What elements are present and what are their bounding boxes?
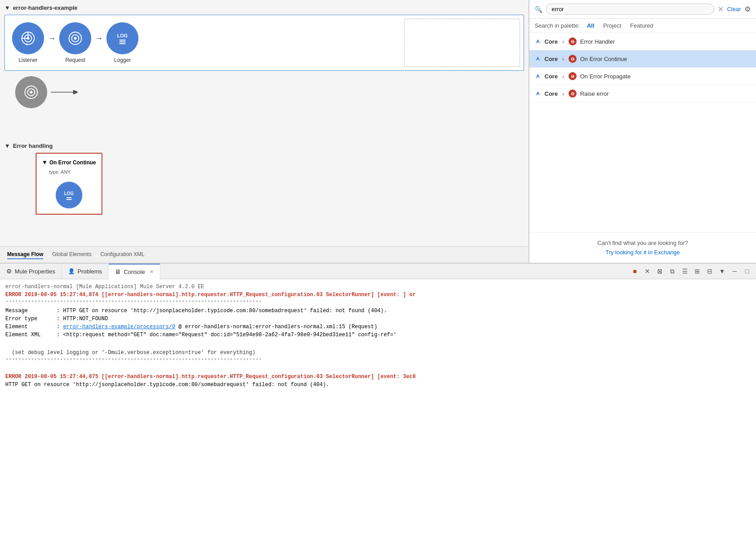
error-section-title: Error handling (13, 143, 53, 149)
error-type-icon-3: ⊖ (569, 90, 577, 98)
filter-featured[interactable]: Featured (628, 21, 655, 30)
console-line-11: HTTP GET on resource 'http://jsonplaceho… (5, 381, 751, 389)
error-type-icon-1: ⊖ (569, 55, 577, 63)
chevron-3: › (562, 90, 564, 97)
terminate-button[interactable]: ✕ (642, 266, 653, 277)
mule-properties-label: Mule Properties (15, 268, 55, 275)
tab-global-elements[interactable]: Global Elements (52, 250, 91, 259)
mule-wing-icon-0 (535, 38, 541, 45)
stop-button[interactable]: ■ (630, 266, 640, 277)
logger-label: Logger (114, 57, 130, 63)
console-icon: 🖥 (115, 268, 121, 275)
mule-wing-icon-1 (535, 56, 541, 62)
tab-mule-properties[interactable]: ⚙ Mule Properties (0, 264, 62, 278)
console-line-2: Message : HTTP GET on resource 'http://j… (5, 307, 751, 315)
mule-properties-icon: ⚙ (6, 268, 12, 275)
svg-point-11 (30, 91, 33, 94)
problems-label: Problems (77, 268, 102, 275)
flow-expand-arrow[interactable]: ▼ (4, 4, 10, 11)
filter-label: Search in palette: (535, 22, 580, 29)
element-link[interactable]: error-handlers-example/processors/0 (63, 324, 175, 330)
palette-item-error-handler[interactable]: Core › ⊖ Error Handler (529, 33, 756, 50)
arrow-listener-request: → (48, 34, 56, 43)
search-clear-button[interactable]: Clear (727, 6, 741, 12)
item-name-2: On Error Propagate (580, 73, 630, 80)
item-name-1: On Error Continue (580, 56, 627, 62)
error-section-header: ▼ Error handling (4, 143, 524, 149)
scroll-lock-button[interactable]: ⊞ (692, 266, 703, 277)
tab-problems[interactable]: 👤 Problems (62, 265, 109, 278)
request-label: Request (65, 57, 85, 63)
tab-message-flow[interactable]: Message Flow (7, 250, 43, 259)
filter-project[interactable]: Project (602, 21, 623, 30)
minimize-button[interactable]: ─ (729, 266, 740, 277)
console-line-5: Element XML : <http:request method="GET"… (5, 331, 751, 339)
error-type-icon-2: ⊖ (569, 72, 577, 80)
console-line-1: ****************************************… (5, 299, 751, 307)
listener-label: Listener (19, 57, 38, 63)
flow-group: ↺ Listener → (4, 15, 524, 71)
error-logger-node[interactable]: LOG (56, 182, 82, 208)
palette-filter-row: Search in palette: All Project Featured (529, 19, 756, 33)
tab-configuration-xml[interactable]: Configuration XML (100, 250, 144, 259)
logger-node[interactable]: LOG (106, 22, 138, 63)
listener-node[interactable]: ↺ Listener (12, 22, 44, 63)
error-expand-arrow[interactable]: ▼ (4, 143, 10, 149)
palette-footer-text: Can't find what you are looking for? (537, 240, 749, 246)
palette-item-on-error-propagate[interactable]: Core › ⊖ On Error Propagate (529, 68, 756, 85)
maximize-button[interactable]: □ (742, 266, 752, 277)
palette-results: Core › ⊖ Error Handler Core › ⊖ On Error… (529, 33, 756, 232)
exchange-link[interactable]: Try looking for it in Exchange (606, 249, 680, 256)
error-handler-title: On Error Continue (49, 159, 96, 166)
console-close-icon[interactable]: ✕ (150, 269, 154, 275)
palette-search-input[interactable] (546, 4, 714, 15)
svg-text:↺: ↺ (25, 43, 28, 46)
logger-icon: LOG (106, 22, 138, 54)
disconnect-button[interactable]: ⊠ (654, 266, 665, 277)
tab-console[interactable]: 🖥 Console ✕ (109, 264, 160, 279)
palette-area: 🔍 ✕ Clear ⚙ Search in palette: All Proje… (529, 0, 756, 263)
error-handling-section: ▼ Error handling ▼ On Error Continue typ… (4, 143, 524, 215)
canvas-tabs: Message Flow Global Elements Configurati… (0, 246, 528, 263)
console-line-9 (5, 365, 751, 373)
mule-wing-icon-3 (535, 90, 541, 97)
console-line-3: Error type : HTTP:NOT_FOUND (5, 315, 751, 323)
word-wrap-button[interactable]: ⊟ (704, 266, 715, 277)
search-clear-icon[interactable]: ✕ (718, 5, 723, 13)
palette-gear-icon[interactable]: ⚙ (744, 5, 751, 13)
flow-section-header: ▼ error-handlers-example (4, 4, 524, 11)
canvas-area: ▼ error-handlers-example (0, 0, 529, 263)
request-node[interactable]: Request (59, 22, 91, 63)
svg-point-8 (74, 37, 77, 40)
console-line-10: ERROR 2019-08-05 15:27:44,875 [[error-ha… (5, 373, 751, 381)
core-label-2: Core (545, 73, 558, 80)
flow-name: error-handlers-example (13, 4, 77, 11)
filter-all[interactable]: All (585, 21, 596, 30)
error-type-icon-0: ⊖ (569, 37, 577, 45)
core-label-1: Core (545, 56, 558, 62)
isolated-node[interactable] (15, 76, 47, 108)
error-logger-icon: LOG (56, 182, 82, 208)
core-label-3: Core (545, 90, 558, 97)
item-name-0: Error Handler (580, 38, 615, 45)
console-output: error-handlers-normal [Mule Applications… (0, 279, 756, 554)
search-icon: 🔍 (535, 6, 542, 13)
bottom-panel: ⚙ Mule Properties 👤 Problems 🖥 Console ✕… (0, 263, 756, 554)
error-handler-collapse[interactable]: ▼ (42, 159, 48, 166)
console-line-8: ****************************************… (5, 357, 751, 365)
on-error-continue-box[interactable]: ▼ On Error Continue type: ANY LOG (36, 153, 102, 215)
bottom-tabs-bar: ⚙ Mule Properties 👤 Problems 🖥 Console ✕… (0, 264, 756, 279)
console-line-6 (5, 339, 751, 347)
palette-item-raise-error[interactable]: Core › ⊖ Raise error (529, 85, 756, 102)
palette-search-bar: 🔍 ✕ Clear ⚙ (529, 0, 756, 19)
filter-button[interactable]: ▼ (717, 266, 728, 277)
palette-item-on-error-continue[interactable]: Core › ⊖ On Error Continue (529, 50, 756, 68)
isolated-node-icon (15, 76, 47, 108)
chevron-1: › (562, 56, 564, 62)
properties-button[interactable]: ☰ (679, 266, 690, 277)
problems-icon: 👤 (68, 268, 75, 274)
item-name-3: Raise error (580, 90, 609, 97)
error-handler-type: type: ANY (42, 169, 96, 175)
copy-button[interactable]: ⧉ (667, 266, 678, 277)
chevron-0: › (562, 38, 564, 45)
